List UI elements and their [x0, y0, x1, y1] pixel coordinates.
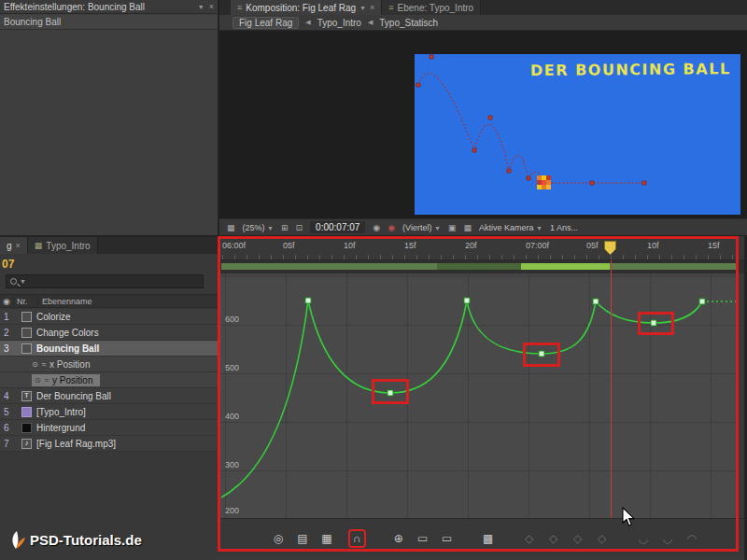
stopwatch-icon[interactable]: ⊙: [35, 376, 41, 385]
layer-name[interactable]: Bouncing Ball: [36, 343, 99, 354]
region-of-interest-icon[interactable]: ▣: [448, 223, 457, 232]
close-icon[interactable]: ×: [370, 3, 374, 12]
graph-editor-area[interactable]: 600 500 400 300 200: [218, 273, 739, 518]
tab-fig-leaf-rag-partial[interactable]: g ×: [0, 237, 28, 254]
property-row-y-position[interactable]: ⊙ ≈ y Position: [0, 372, 218, 388]
audio-layer-icon[interactable]: ♪: [21, 439, 32, 449]
layer-name[interactable]: Der Bouncing Ball: [36, 391, 111, 401]
after-effects-window: Effekteinstellungen: Bouncing Ball ▼ × B…: [0, 0, 747, 560]
magnification-icon[interactable]: ▦: [227, 223, 235, 232]
layer-name[interactable]: [Fig Leaf Rag.mp3]: [36, 439, 116, 449]
choose-graph-type-icon[interactable]: ▤: [294, 532, 311, 545]
ruler-label: 20f: [465, 241, 526, 250]
auto-zoom-icon[interactable]: ⊕: [390, 532, 407, 545]
layer-swatch[interactable]: [21, 328, 32, 338]
motion-path-overlay[interactable]: [415, 54, 740, 215]
composition-viewer[interactable]: DER BOUNCING BALL: [219, 31, 747, 218]
easy-ease-icon[interactable]: ◡: [635, 532, 652, 545]
y-position-curve[interactable]: [221, 301, 702, 497]
column-name[interactable]: Ebenenname: [37, 297, 218, 306]
layer-swatch[interactable]: [21, 312, 32, 322]
current-time-indicator-line[interactable]: [611, 260, 612, 518]
show-properties-icon[interactable]: ◎: [270, 532, 287, 545]
layer-number: 3: [4, 343, 17, 354]
layer-name[interactable]: Colorize: [36, 312, 71, 322]
composition-canvas[interactable]: DER BOUNCING BALL: [415, 54, 740, 215]
solid-layer-icon[interactable]: [21, 423, 32, 433]
edit-keyframes-icon[interactable]: ◇: [521, 532, 538, 545]
ease-out-icon[interactable]: ◠: [684, 532, 700, 545]
current-timecode[interactable]: 0:00:07:07: [310, 221, 365, 233]
keyframe-boxes[interactable]: [305, 298, 705, 396]
camera-select[interactable]: Aktive Kamera ▼: [479, 223, 543, 232]
motion-path[interactable]: [418, 73, 644, 183]
timeline-timecode-fragment[interactable]: 07: [2, 258, 14, 271]
property-selection-highlight[interactable]: ⊙ ≈ y Position: [32, 374, 100, 386]
fit-selection-icon[interactable]: ▭: [415, 532, 431, 545]
layer-list: 1 Colorize 2 Change Colors 3 Bouncing Ba…: [0, 309, 218, 452]
ruler-label: 05f: [283, 241, 344, 250]
resolution-select[interactable]: (Viertel) ▼: [402, 223, 441, 232]
tab-composition[interactable]: ≡ Komposition: Fig Leaf Rag ▼ ×: [231, 0, 382, 15]
layer-row-change-colors[interactable]: 2 Change Colors: [0, 325, 218, 341]
view-layout-select[interactable]: 1 Ans...: [550, 223, 578, 232]
show-options-icon[interactable]: ▦: [318, 532, 335, 545]
stopwatch-icon[interactable]: ⊙: [32, 360, 38, 369]
text-layer-icon[interactable]: T: [21, 391, 32, 401]
transform-box-icon[interactable]: ▩: [480, 532, 497, 545]
grid-guides-icon[interactable]: ⊞: [281, 223, 289, 232]
ruler-label: 15f: [708, 241, 747, 250]
time-ruler[interactable]: 06:00f 05f 10f 15f 20f 07:00f 05f 10f 15…: [218, 236, 744, 260]
snapshot-icon[interactable]: ◉: [373, 223, 380, 232]
layer-name[interactable]: Hintergrund: [36, 423, 85, 433]
transparency-grid-icon[interactable]: ▦: [463, 223, 472, 232]
ease-in-icon[interactable]: ◡: [659, 532, 676, 545]
camera-value: Aktive Kamera: [479, 223, 534, 232]
breadcrumb-arrow-icon: ◀: [368, 19, 373, 26]
timeline-search-input[interactable]: ▼: [6, 274, 204, 288]
panel-menu-icon[interactable]: ▼: [359, 5, 366, 11]
layer-name[interactable]: Change Colors: [36, 328, 99, 338]
layer-row-bouncing-ball[interactable]: 3 Bouncing Ball: [0, 341, 218, 357]
zoom-select[interactable]: (25%) ▼: [243, 223, 274, 232]
layer-row-typo-intro[interactable]: 5 [Typo_Intro]: [0, 404, 218, 420]
tab-layer[interactable]: ≡ Ebene: Typo_Intro: [382, 0, 481, 15]
layer-row-fig-leaf-rag-mp3[interactable]: 7 ♪ [Fig Leaf Rag.mp3]: [0, 436, 218, 452]
property-name[interactable]: x Position: [49, 359, 90, 370]
property-graph-icon: ≈: [42, 360, 46, 369]
layer-number: 1: [4, 312, 17, 322]
property-row-x-position[interactable]: ⊙ ≈ x Position: [0, 357, 218, 372]
mouse-cursor: [622, 507, 637, 527]
tab-typo-intro[interactable]: ▦ Typo_Intro: [28, 237, 98, 254]
effect-controls-layer-tab[interactable]: Bouncing Ball: [0, 15, 218, 30]
mask-visibility-icon[interactable]: ⊡: [296, 223, 303, 232]
bouncing-ball-sprite[interactable]: [537, 175, 551, 189]
linear-keyframe-icon[interactable]: ◇: [570, 532, 586, 545]
breadcrumb-typo-intro[interactable]: Typo_Intro: [317, 18, 361, 28]
breadcrumb-comp[interactable]: Fig Leaf Rag: [233, 17, 299, 29]
current-time-indicator-head[interactable]: [604, 241, 616, 255]
close-icon[interactable]: ×: [16, 241, 21, 250]
show-channel-icon[interactable]: ◉: [388, 223, 395, 232]
motion-path-keyframes[interactable]: [416, 55, 646, 185]
fit-all-graphs-icon[interactable]: ▭: [439, 532, 456, 545]
value-graph[interactable]: [218, 273, 739, 518]
panel-menu-icon[interactable]: ▼: [198, 4, 204, 10]
hold-keyframe-icon[interactable]: ◇: [545, 532, 562, 545]
layer-row-hintergrund[interactable]: 6 Hintergrund: [0, 420, 218, 436]
comp-layer-icon[interactable]: [21, 407, 32, 417]
property-name[interactable]: y Position: [52, 375, 92, 385]
breadcrumb-typo-statisch[interactable]: Typo_Statisch: [379, 18, 438, 28]
timeline-tabbar: g × ▦ Typo_Intro: [0, 237, 218, 254]
effect-controls-titlebar[interactable]: Effekteinstellungen: Bouncing Ball ▼ ×: [0, 0, 218, 14]
snap-magnet-icon[interactable]: ∩: [353, 532, 361, 545]
composition-tabbar: ≡ Komposition: Fig Leaf Rag ▼ × ≡ Ebene:…: [219, 0, 747, 15]
auto-bezier-keyframe-icon[interactable]: ◇: [594, 532, 611, 545]
layer-swatch[interactable]: [21, 343, 32, 354]
column-nr[interactable]: Nr.: [13, 297, 37, 306]
close-icon[interactable]: ×: [209, 2, 214, 11]
layer-name[interactable]: [Typo_Intro]: [36, 407, 86, 417]
layer-row-colorize[interactable]: 1 Colorize: [0, 309, 218, 325]
layer-row-der-bouncing-ball[interactable]: 4 T Der Bouncing Ball: [0, 388, 218, 404]
chevron-down-icon[interactable]: ▼: [20, 278, 26, 285]
